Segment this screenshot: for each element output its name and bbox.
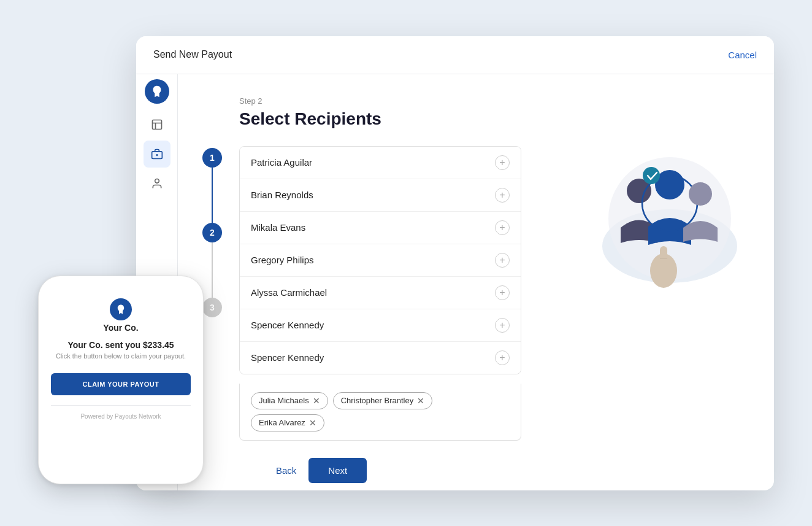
recipient-name: Brian Reynolds	[251, 190, 313, 200]
step-2-circle: 2	[202, 223, 222, 242]
svg-point-6	[155, 179, 159, 183]
add-recipient-icon[interactable]: +	[495, 318, 510, 333]
step-1-circle: 1	[202, 148, 222, 168]
recipient-name: Mikala Evans	[251, 222, 305, 233]
tag-remove-button[interactable]: ✕	[309, 418, 316, 428]
recipients-illustration	[590, 123, 749, 295]
sidebar-item-reports[interactable]	[144, 111, 170, 138]
sidebar-item-payouts[interactable]	[144, 141, 170, 168]
recipient-name: Spencer Kennedy	[251, 320, 324, 330]
claim-payout-button[interactable]: CLAIM YOUR PAYOUT	[51, 373, 191, 395]
step-label: Step 2	[239, 96, 749, 106]
add-recipient-icon[interactable]: +	[495, 285, 510, 300]
recipient-name: Patricia Aguilar	[251, 157, 312, 168]
phone-company-name: Your Co.	[103, 323, 138, 333]
svg-point-12	[643, 167, 660, 184]
recipient-name: Spencer Kennedy	[251, 352, 324, 363]
next-button[interactable]: Next	[308, 458, 367, 483]
selected-tag: Julia Michaels ✕	[251, 392, 328, 409]
browser-body: 1 2 3 Step 2 Select Recipients	[136, 74, 774, 490]
browser-topbar: Send New Payout Cancel	[136, 36, 774, 74]
sidebar-item-users[interactable]	[144, 170, 170, 197]
phone-company-logo	[110, 298, 132, 320]
tag-label: Erika Alvarez	[259, 418, 305, 427]
phone-overlay: Your Co. Your Co. sent you $233.45 Click…	[38, 276, 204, 484]
recipient-row[interactable]: Gregory Philips +	[240, 244, 521, 277]
recipient-row[interactable]: Patricia Aguilar +	[240, 147, 521, 179]
recipient-row[interactable]: Mikala Evans +	[240, 212, 521, 244]
recipient-row[interactable]: Brian Reynolds +	[240, 179, 521, 212]
reports-icon	[151, 118, 163, 131]
svg-rect-0	[152, 120, 161, 129]
recipient-row[interactable]: Alyssa Carmichael +	[240, 277, 521, 309]
tag-label: Julia Michaels	[259, 396, 309, 405]
add-recipient-icon[interactable]: +	[495, 350, 510, 365]
content-area: 1 2 3 Step 2 Select Recipients	[178, 74, 774, 490]
recipient-list: Patricia Aguilar + Brian Reynolds + Mika…	[239, 146, 521, 374]
add-recipient-icon[interactable]: +	[495, 155, 510, 170]
payouts-icon	[151, 148, 163, 160]
logo-icon	[150, 85, 164, 98]
phone-sub-message: Click the button below to claim your pay…	[56, 352, 186, 360]
recipient-name: Gregory Philips	[251, 255, 314, 265]
recipient-name: Alyssa Carmichael	[251, 287, 327, 298]
selected-tag: Christopher Brantley ✕	[333, 392, 433, 409]
step-line-2	[212, 242, 213, 298]
cancel-button[interactable]: Cancel	[728, 50, 757, 60]
recipient-row[interactable]: Spencer Kennedy +	[240, 309, 521, 342]
step-3-circle: 3	[202, 298, 222, 317]
sidebar-logo	[145, 79, 169, 104]
selected-tags: Julia Michaels ✕ Christopher Brantley ✕ …	[239, 384, 521, 441]
add-recipient-icon[interactable]: +	[495, 253, 510, 268]
tag-remove-button[interactable]: ✕	[417, 396, 424, 406]
svg-point-13	[689, 182, 712, 206]
phone-logo-icon	[115, 304, 126, 315]
add-recipient-icon[interactable]: +	[495, 220, 510, 235]
wizard-steps: 1 2 3	[202, 148, 222, 317]
phone-footer: Powered by Payouts Network	[80, 413, 161, 420]
phone-frame: Your Co. Your Co. sent you $233.45 Click…	[38, 276, 204, 484]
svg-rect-15	[660, 246, 667, 272]
illustration	[590, 123, 749, 295]
selected-tag: Erika Alvarez ✕	[251, 414, 324, 431]
users-icon	[151, 177, 163, 190]
back-button[interactable]: Back	[276, 465, 296, 476]
step-line-1	[212, 168, 213, 223]
tag-label: Christopher Brantley	[341, 396, 414, 405]
action-buttons: Back Next	[276, 458, 749, 483]
phone-divider	[51, 405, 191, 406]
recipient-row[interactable]: Spencer Kennedy +	[240, 342, 521, 374]
add-recipient-icon[interactable]: +	[495, 188, 510, 203]
page-title: Send New Payout	[153, 49, 232, 60]
tag-remove-button[interactable]: ✕	[313, 396, 320, 406]
phone-message: Your Co. sent you $233.45	[67, 340, 174, 350]
browser-window: Send New Payout Cancel	[136, 36, 774, 490]
